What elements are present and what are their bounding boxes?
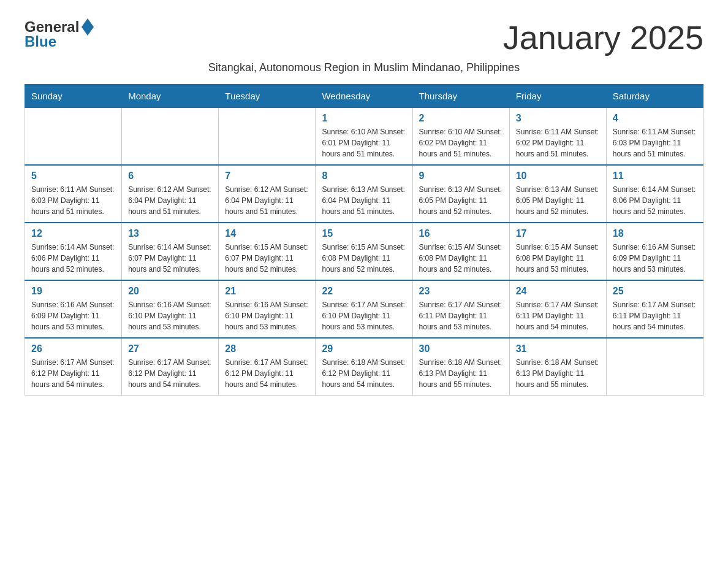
logo-blue-text: Blue <box>25 33 56 50</box>
day-number: 8 <box>322 170 406 182</box>
day-info: Sunrise: 6:17 AM Sunset: 6:11 PM Dayligh… <box>419 299 503 332</box>
calendar-week-row: 26Sunrise: 6:17 AM Sunset: 6:12 PM Dayli… <box>25 338 703 396</box>
calendar-week-row: 19Sunrise: 6:16 AM Sunset: 6:09 PM Dayli… <box>25 280 703 338</box>
day-number: 3 <box>516 113 600 124</box>
calendar-cell <box>606 338 703 396</box>
day-number: 4 <box>613 113 697 124</box>
day-number: 9 <box>419 170 503 182</box>
calendar-cell: 6Sunrise: 6:12 AM Sunset: 6:04 PM Daylig… <box>122 165 219 223</box>
day-number: 17 <box>516 228 600 239</box>
calendar-cell: 19Sunrise: 6:16 AM Sunset: 6:09 PM Dayli… <box>25 280 122 338</box>
logo-triangle-up <box>82 18 94 27</box>
day-number: 12 <box>31 228 115 239</box>
calendar-cell: 22Sunrise: 6:17 AM Sunset: 6:10 PM Dayli… <box>316 280 412 338</box>
day-header-friday: Friday <box>509 85 606 108</box>
day-info: Sunrise: 6:17 AM Sunset: 6:12 PM Dayligh… <box>128 357 212 390</box>
calendar-cell: 9Sunrise: 6:13 AM Sunset: 6:05 PM Daylig… <box>412 165 509 223</box>
calendar-table: SundayMondayTuesdayWednesdayThursdayFrid… <box>25 84 703 396</box>
calendar-cell: 8Sunrise: 6:13 AM Sunset: 6:04 PM Daylig… <box>316 165 412 223</box>
calendar-cell <box>219 108 316 166</box>
day-info: Sunrise: 6:11 AM Sunset: 6:03 PM Dayligh… <box>613 126 697 159</box>
day-info: Sunrise: 6:17 AM Sunset: 6:10 PM Dayligh… <box>322 299 406 332</box>
day-number: 2 <box>419 113 503 124</box>
day-info: Sunrise: 6:15 AM Sunset: 6:07 PM Dayligh… <box>225 242 309 275</box>
calendar-cell: 18Sunrise: 6:16 AM Sunset: 6:09 PM Dayli… <box>606 223 703 280</box>
day-header-monday: Monday <box>122 85 219 108</box>
logo-triangle-down <box>82 27 94 36</box>
day-info: Sunrise: 6:17 AM Sunset: 6:11 PM Dayligh… <box>516 299 600 332</box>
day-info: Sunrise: 6:17 AM Sunset: 6:12 PM Dayligh… <box>225 357 309 390</box>
day-info: Sunrise: 6:12 AM Sunset: 6:04 PM Dayligh… <box>128 184 212 217</box>
calendar-header-row: SundayMondayTuesdayWednesdayThursdayFrid… <box>25 85 703 108</box>
day-number: 25 <box>613 286 697 297</box>
day-number: 20 <box>128 286 212 297</box>
day-number: 30 <box>419 343 503 354</box>
calendar-week-row: 1Sunrise: 6:10 AM Sunset: 6:01 PM Daylig… <box>25 108 703 166</box>
day-info: Sunrise: 6:16 AM Sunset: 6:10 PM Dayligh… <box>225 299 309 332</box>
calendar-cell: 11Sunrise: 6:14 AM Sunset: 6:06 PM Dayli… <box>606 165 703 223</box>
day-header-tuesday: Tuesday <box>219 85 316 108</box>
day-number: 15 <box>322 228 406 239</box>
day-number: 5 <box>31 170 115 182</box>
calendar-cell: 4Sunrise: 6:11 AM Sunset: 6:03 PM Daylig… <box>606 108 703 166</box>
day-header-wednesday: Wednesday <box>316 85 412 108</box>
day-info: Sunrise: 6:10 AM Sunset: 6:01 PM Dayligh… <box>322 126 406 159</box>
calendar-cell: 3Sunrise: 6:11 AM Sunset: 6:02 PM Daylig… <box>509 108 606 166</box>
calendar-cell: 15Sunrise: 6:15 AM Sunset: 6:08 PM Dayli… <box>316 223 412 280</box>
calendar-week-row: 12Sunrise: 6:14 AM Sunset: 6:06 PM Dayli… <box>25 223 703 280</box>
calendar-cell: 5Sunrise: 6:11 AM Sunset: 6:03 PM Daylig… <box>25 165 122 223</box>
calendar-cell: 14Sunrise: 6:15 AM Sunset: 6:07 PM Dayli… <box>219 223 316 280</box>
calendar-cell <box>122 108 219 166</box>
calendar-cell: 13Sunrise: 6:14 AM Sunset: 6:07 PM Dayli… <box>122 223 219 280</box>
day-header-sunday: Sunday <box>25 85 122 108</box>
day-info: Sunrise: 6:11 AM Sunset: 6:02 PM Dayligh… <box>516 126 600 159</box>
day-number: 14 <box>225 228 309 239</box>
day-info: Sunrise: 6:15 AM Sunset: 6:08 PM Dayligh… <box>419 242 503 275</box>
day-info: Sunrise: 6:16 AM Sunset: 6:09 PM Dayligh… <box>613 242 697 275</box>
day-header-saturday: Saturday <box>606 85 703 108</box>
calendar-cell: 23Sunrise: 6:17 AM Sunset: 6:11 PM Dayli… <box>412 280 509 338</box>
day-number: 10 <box>516 170 600 182</box>
calendar-cell: 26Sunrise: 6:17 AM Sunset: 6:12 PM Dayli… <box>25 338 122 396</box>
calendar-week-row: 5Sunrise: 6:11 AM Sunset: 6:03 PM Daylig… <box>25 165 703 223</box>
day-info: Sunrise: 6:11 AM Sunset: 6:03 PM Dayligh… <box>31 184 115 217</box>
day-number: 1 <box>322 113 406 124</box>
day-number: 13 <box>128 228 212 239</box>
day-number: 29 <box>322 343 406 354</box>
day-header-thursday: Thursday <box>412 85 509 108</box>
page-header: General Blue January 2025 <box>25 18 703 56</box>
day-number: 24 <box>516 286 600 297</box>
day-info: Sunrise: 6:13 AM Sunset: 6:05 PM Dayligh… <box>419 184 503 217</box>
day-info: Sunrise: 6:13 AM Sunset: 6:05 PM Dayligh… <box>516 184 600 217</box>
day-info: Sunrise: 6:14 AM Sunset: 6:06 PM Dayligh… <box>613 184 697 217</box>
calendar-cell: 30Sunrise: 6:18 AM Sunset: 6:13 PM Dayli… <box>412 338 509 396</box>
day-number: 16 <box>419 228 503 239</box>
day-info: Sunrise: 6:14 AM Sunset: 6:06 PM Dayligh… <box>31 242 115 275</box>
calendar-cell: 16Sunrise: 6:15 AM Sunset: 6:08 PM Dayli… <box>412 223 509 280</box>
day-info: Sunrise: 6:13 AM Sunset: 6:04 PM Dayligh… <box>322 184 406 217</box>
calendar-cell: 25Sunrise: 6:17 AM Sunset: 6:11 PM Dayli… <box>606 280 703 338</box>
day-info: Sunrise: 6:14 AM Sunset: 6:07 PM Dayligh… <box>128 242 212 275</box>
day-info: Sunrise: 6:18 AM Sunset: 6:13 PM Dayligh… <box>419 357 503 390</box>
calendar-cell: 17Sunrise: 6:15 AM Sunset: 6:08 PM Dayli… <box>509 223 606 280</box>
day-number: 19 <box>31 286 115 297</box>
day-number: 11 <box>613 170 697 182</box>
day-info: Sunrise: 6:16 AM Sunset: 6:10 PM Dayligh… <box>128 299 212 332</box>
calendar-cell <box>25 108 122 166</box>
day-info: Sunrise: 6:15 AM Sunset: 6:08 PM Dayligh… <box>322 242 406 275</box>
day-number: 7 <box>225 170 309 182</box>
day-info: Sunrise: 6:15 AM Sunset: 6:08 PM Dayligh… <box>516 242 600 275</box>
day-info: Sunrise: 6:18 AM Sunset: 6:13 PM Dayligh… <box>516 357 600 390</box>
day-info: Sunrise: 6:16 AM Sunset: 6:09 PM Dayligh… <box>31 299 115 332</box>
day-info: Sunrise: 6:17 AM Sunset: 6:11 PM Dayligh… <box>613 299 697 332</box>
calendar-cell: 21Sunrise: 6:16 AM Sunset: 6:10 PM Dayli… <box>219 280 316 338</box>
calendar-cell: 2Sunrise: 6:10 AM Sunset: 6:02 PM Daylig… <box>412 108 509 166</box>
calendar-cell: 29Sunrise: 6:18 AM Sunset: 6:12 PM Dayli… <box>316 338 412 396</box>
day-number: 27 <box>128 343 212 354</box>
calendar-cell: 31Sunrise: 6:18 AM Sunset: 6:13 PM Dayli… <box>509 338 606 396</box>
calendar-cell: 12Sunrise: 6:14 AM Sunset: 6:06 PM Dayli… <box>25 223 122 280</box>
calendar-cell: 20Sunrise: 6:16 AM Sunset: 6:10 PM Dayli… <box>122 280 219 338</box>
day-info: Sunrise: 6:17 AM Sunset: 6:12 PM Dayligh… <box>31 357 115 390</box>
day-number: 28 <box>225 343 309 354</box>
day-number: 6 <box>128 170 212 182</box>
